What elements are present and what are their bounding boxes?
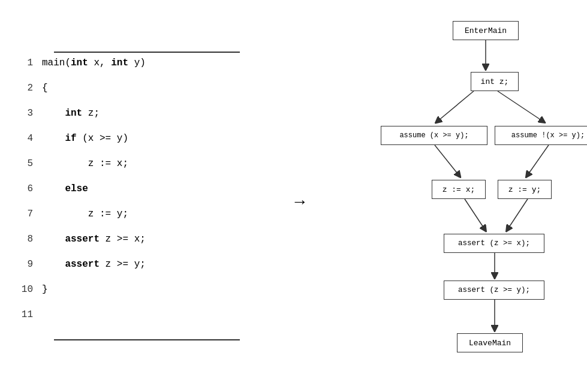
- code-text: if (x >= y): [42, 133, 128, 144]
- line-number: 1: [18, 58, 42, 68]
- line-number: 9: [18, 259, 42, 270]
- cfg-node-assert-x: assert (z >= x);: [444, 234, 544, 253]
- code-text: int z;: [42, 108, 100, 119]
- code-line-6: 6 else: [18, 183, 264, 209]
- code-text: else: [42, 183, 88, 194]
- cfg-node-zy: z := y;: [498, 180, 552, 199]
- line-number: 4: [18, 133, 42, 144]
- code-block: 1 main(int x, int y) 2 { 3 int z; 4 if (…: [18, 52, 264, 340]
- svg-line-6: [465, 199, 484, 229]
- code-line-7: 7 z := y;: [18, 209, 264, 234]
- code-line-10: 10 }: [18, 284, 264, 309]
- code-text: assert z >= x;: [42, 234, 146, 245]
- code-text: }: [42, 284, 48, 295]
- transformation-arrow: →: [276, 0, 324, 392]
- code-line-8: 8 assert z >= x;: [18, 234, 264, 259]
- cfg-panel: EnterMain int z; assume (x >= y); assume…: [324, 0, 587, 392]
- cfg-node-intz: int z;: [471, 72, 519, 91]
- code-panel: 1 main(int x, int y) 2 { 3 int z; 4 if (…: [0, 0, 276, 392]
- line-number: 2: [18, 83, 42, 94]
- line-number: 7: [18, 209, 42, 219]
- line-number: 8: [18, 234, 42, 245]
- code-line-11: 11: [18, 309, 264, 334]
- cfg-node-assume-true: assume (x >= y);: [381, 126, 487, 145]
- svg-line-4: [435, 145, 459, 175]
- top-rule: [54, 52, 240, 53]
- cfg-node-assert-y: assert (z >= y);: [444, 281, 544, 300]
- code-text: z := y;: [42, 209, 128, 219]
- cfg-node-zx: z := x;: [432, 180, 486, 199]
- svg-line-3: [498, 91, 543, 121]
- svg-line-2: [438, 91, 474, 121]
- cfg-node-enter: EnterMain: [453, 21, 519, 40]
- code-text: assert z >= y;: [42, 259, 146, 270]
- line-number: 6: [18, 183, 42, 194]
- line-number: 3: [18, 108, 42, 119]
- svg-line-7: [508, 199, 528, 229]
- svg-line-5: [528, 145, 549, 175]
- line-number: 11: [18, 309, 42, 320]
- code-line-3: 3 int z;: [18, 108, 264, 133]
- code-line-4: 4 if (x >= y): [18, 133, 264, 158]
- line-number: 5: [18, 158, 42, 169]
- code-line-5: 5 z := x;: [18, 158, 264, 183]
- bottom-rule: [54, 339, 240, 340]
- code-text: {: [42, 83, 48, 94]
- line-number: 10: [18, 284, 42, 295]
- cfg-node-leave: LeaveMain: [457, 333, 523, 352]
- code-line-9: 9 assert z >= y;: [18, 259, 264, 284]
- code-line-2: 2 {: [18, 83, 264, 108]
- cfg-node-assume-false: assume !(x >= y);: [495, 126, 587, 145]
- code-line-1: 1 main(int x, int y): [18, 58, 264, 83]
- code-text: z := x;: [42, 158, 128, 169]
- code-text: main(int x, int y): [42, 58, 146, 68]
- code-text: [42, 309, 48, 320]
